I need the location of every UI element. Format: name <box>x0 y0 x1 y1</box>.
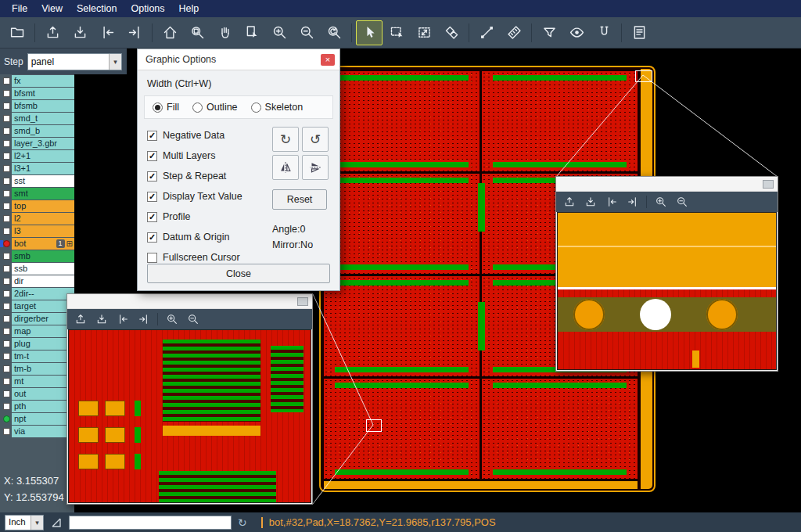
layer-checkbox[interactable] <box>3 77 10 84</box>
door-right-tool-button[interactable] <box>134 311 153 328</box>
layer-row-2dir--[interactable]: 2dir-- <box>0 288 74 300</box>
layer-checkbox[interactable] <box>3 315 10 322</box>
layer-row-l2[interactable]: l2 <box>0 213 74 225</box>
close-button[interactable]: Close <box>147 264 330 283</box>
rotate-ccw-button[interactable]: ↺ <box>302 127 329 152</box>
layer-row-pth[interactable]: pth <box>0 401 74 412</box>
layer-checkbox[interactable] <box>3 328 10 335</box>
step-select[interactable]: panel ▾ <box>27 53 122 70</box>
layer-row-smt[interactable]: smt <box>0 188 74 200</box>
layer-row-layer_3.gbr[interactable]: layer_3.gbr <box>0 138 74 149</box>
align-diamond-tool-button[interactable] <box>438 20 465 45</box>
layer-checkbox[interactable] <box>3 240 10 247</box>
layer-row-fx[interactable]: fx <box>0 75 74 87</box>
chevron-down-icon[interactable]: ▾ <box>31 516 43 530</box>
door-right-tool-button[interactable] <box>623 193 642 210</box>
home-tool-button[interactable] <box>156 20 183 45</box>
zoom-area-tool-button[interactable] <box>184 20 210 45</box>
minimize-icon[interactable] <box>297 297 308 306</box>
rotate-cw-button[interactable]: ↻ <box>272 127 299 152</box>
magnifier-window-1[interactable] <box>66 293 313 505</box>
unit-select[interactable]: Inch ▾ <box>5 515 44 530</box>
radio-skeleton[interactable]: Skeleton <box>251 102 304 113</box>
import-up-tool-button[interactable] <box>559 193 579 210</box>
layer-row-l3[interactable]: l3 <box>0 225 74 237</box>
page-cursor-tool-button[interactable] <box>239 20 265 45</box>
zoom-prev-tool-button[interactable] <box>321 20 347 45</box>
zoom-out-tool-button[interactable] <box>293 20 320 45</box>
select-rect-tool-button[interactable] <box>383 20 410 45</box>
layer-checkbox[interactable] <box>3 340 10 347</box>
layer-row-target[interactable]: target <box>0 300 74 312</box>
open-tool-button[interactable] <box>4 20 31 45</box>
layer-row-dirgerber[interactable]: dirgerber <box>0 313 74 325</box>
door-right-tool-button[interactable] <box>121 20 148 45</box>
layer-row-bfsmt[interactable]: bfsmt <box>0 88 74 99</box>
pan-hand-tool-button[interactable] <box>211 20 238 45</box>
layer-checkbox[interactable] <box>3 403 10 410</box>
layer-checkbox[interactable] <box>3 128 10 135</box>
checkbox-negative-data[interactable]: ✓Negative Data <box>147 125 264 146</box>
layer-row-bot[interactable]: bot1⊞ <box>0 238 74 250</box>
layer-row-npt[interactable]: npt <box>0 413 74 425</box>
layer-checkbox[interactable] <box>3 353 10 360</box>
snap-tool-button[interactable] <box>591 20 617 45</box>
zoom-out-tool-button[interactable] <box>183 311 203 328</box>
layer-checkbox[interactable] <box>3 102 10 110</box>
mirror-horizontal-button[interactable] <box>272 155 299 180</box>
layer-checkbox[interactable] <box>3 178 10 185</box>
chevron-down-icon[interactable]: ▾ <box>109 54 121 70</box>
door-left-tool-button[interactable] <box>94 20 120 45</box>
measure-tool-button[interactable] <box>473 20 500 45</box>
layer-checkbox[interactable] <box>3 415 10 422</box>
magnifier-1-titlebar[interactable] <box>67 294 312 309</box>
layer-checkbox[interactable] <box>3 365 10 372</box>
layer-checkbox[interactable] <box>3 303 10 310</box>
report-tool-button[interactable] <box>626 20 652 45</box>
door-left-tool-button[interactable] <box>602 193 621 210</box>
door-left-tool-button[interactable] <box>113 311 132 328</box>
layer-checkbox[interactable] <box>3 378 10 385</box>
layer-checkbox[interactable] <box>3 215 10 222</box>
layer-checkbox[interactable] <box>3 228 10 235</box>
radio-outline[interactable]: Outline <box>192 102 238 113</box>
layer-checkbox[interactable] <box>3 253 10 260</box>
layer-row-sst[interactable]: sst <box>0 175 74 187</box>
layer-checkbox[interactable] <box>3 90 10 97</box>
import-down-tool-button[interactable] <box>66 20 93 45</box>
import-up-tool-button[interactable] <box>39 20 66 45</box>
layer-checkbox[interactable] <box>3 290 10 297</box>
layer-row-l3+1[interactable]: l3+1 <box>0 163 74 174</box>
mirror-vertical-button[interactable] <box>302 155 329 180</box>
import-down-tool-button[interactable] <box>92 311 111 328</box>
checkbox-multi-layers[interactable]: ✓Multi Layers <box>147 146 264 166</box>
layer-row-smb[interactable]: smb <box>0 250 74 262</box>
layer-row-ssb[interactable]: ssb <box>0 263 74 275</box>
layer-row-l2+1[interactable]: l2+1 <box>0 150 74 162</box>
ortho-angle-icon[interactable] <box>50 516 63 529</box>
command-input[interactable] <box>69 516 232 530</box>
layer-row-smd_b[interactable]: smd_b <box>0 125 74 137</box>
menu-item-selection[interactable]: Selection <box>70 2 124 16</box>
layer-checkbox[interactable] <box>3 265 10 272</box>
layer-checkbox[interactable] <box>3 153 10 160</box>
minimize-icon[interactable] <box>763 180 774 189</box>
layer-row-top[interactable]: top <box>0 200 74 212</box>
refresh-icon[interactable]: ↻ <box>238 516 247 529</box>
menu-item-file[interactable]: File <box>5 2 34 16</box>
zoom-in-tool-button[interactable] <box>651 193 670 210</box>
ruler-tool-button[interactable] <box>501 20 527 45</box>
import-down-tool-button[interactable] <box>580 193 600 210</box>
layer-checkbox[interactable] <box>3 390 10 397</box>
magnifier-window-2[interactable] <box>555 176 778 372</box>
import-up-tool-button[interactable] <box>70 311 90 328</box>
layer-checkbox[interactable] <box>3 140 10 147</box>
eye-tool-button[interactable] <box>563 20 590 45</box>
layer-checkbox[interactable] <box>3 203 10 210</box>
layer-checkbox[interactable] <box>3 190 10 197</box>
checkbox-datum-origin[interactable]: ✓Datum & Origin <box>147 227 264 247</box>
layer-checkbox[interactable] <box>3 115 10 122</box>
radio-fill[interactable]: Fill <box>153 102 179 113</box>
transform-tool-button[interactable] <box>411 20 437 45</box>
layer-row-mt[interactable]: mt <box>0 376 74 387</box>
